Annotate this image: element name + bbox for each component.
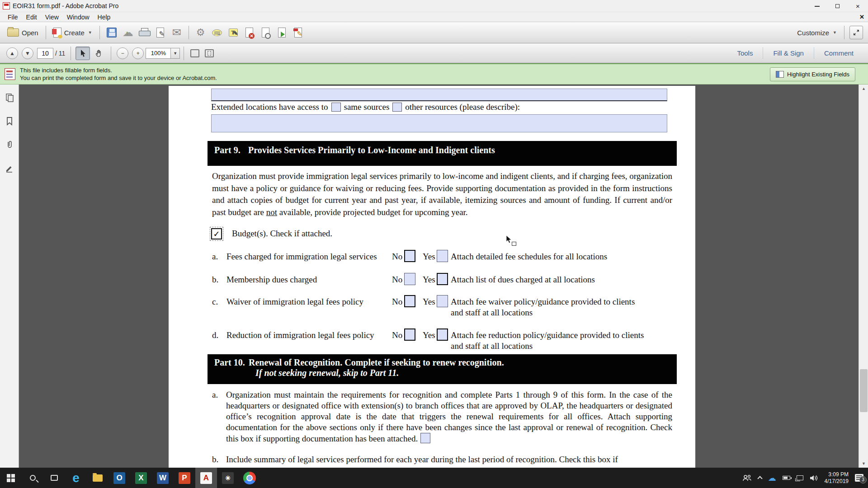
signatures-icon[interactable] [5, 163, 14, 173]
scroll-up-icon[interactable]: ▲ [859, 84, 868, 93]
taskbar-file-explorer[interactable] [87, 468, 108, 488]
taskbar-excel[interactable]: X [130, 468, 152, 488]
sign-doc-icon: ✎ [156, 28, 164, 38]
bookmarks-icon[interactable] [5, 116, 14, 126]
next-page-button[interactable]: ▼ [22, 47, 33, 59]
typewriter-icon: T✎ [229, 28, 238, 37]
restore-button[interactable] [827, 0, 848, 12]
menu-file[interactable]: File [4, 12, 22, 22]
open-label: Open [22, 29, 38, 37]
menu-edit[interactable]: Edit [22, 12, 41, 22]
taskbar-word[interactable]: W [152, 468, 174, 488]
same-sources-checkbox[interactable] [331, 103, 341, 112]
taskbar-outlook[interactable]: O [108, 468, 130, 488]
form-text-field[interactable] [211, 89, 667, 101]
zoom-level[interactable]: 100% [146, 48, 171, 59]
sign-document-button[interactable]: ✎ [154, 26, 167, 39]
customize-button[interactable]: Customize ▼ [793, 27, 840, 38]
row-a-no-checkbox[interactable] [404, 250, 415, 262]
row-c-no-checkbox[interactable] [404, 295, 415, 307]
delete-pages-button[interactable]: ✕ [243, 26, 256, 39]
select-tool-button[interactable] [75, 47, 90, 60]
scrollbar-thumb[interactable] [860, 369, 868, 412]
row-b-yes-checkbox[interactable] [437, 273, 448, 285]
tab-fill-sign[interactable]: Fill & Sign [763, 47, 814, 59]
zoom-dropdown-button[interactable]: ▼ [171, 48, 180, 59]
start-button[interactable] [0, 468, 22, 488]
taskbar-powerpoint[interactable]: P [174, 468, 195, 488]
export-document-button[interactable] [275, 26, 289, 39]
taskbar-acrobat-active[interactable]: A [195, 468, 217, 488]
minimize-icon [815, 6, 820, 7]
part9-title: Provides Services Primarily to Low-Incom… [248, 145, 495, 155]
taskbar-edge[interactable]: e [65, 468, 87, 488]
action-center-icon[interactable]: 3 [855, 474, 863, 482]
part10-body-b: Include summary of legal services perfor… [226, 454, 672, 465]
row-d-no-checkbox[interactable] [404, 328, 415, 341]
fit-page-icon[interactable] [205, 49, 214, 57]
menu-help[interactable]: Help [94, 12, 115, 22]
row-c-yes-checkbox[interactable] [437, 295, 448, 307]
row-d-yes-checkbox[interactable] [437, 328, 448, 341]
supporting-docs-checkbox[interactable] [420, 433, 430, 443]
show-hidden-icons-chevron[interactable] [757, 476, 762, 481]
add-text-button[interactable]: T✎ [226, 26, 240, 39]
zoom-in-button[interactable]: + [132, 47, 144, 59]
settings-button[interactable]: ⚙ [194, 26, 208, 39]
powerpoint-icon: P [179, 472, 190, 484]
row-a-yes-checkbox[interactable] [437, 250, 448, 262]
people-icon[interactable] [743, 474, 752, 482]
document-close-icon[interactable]: ✕ [859, 14, 864, 20]
email-button[interactable]: ✉ [170, 26, 184, 39]
printer-icon [139, 28, 150, 37]
budget-checkbox[interactable]: ✓ [211, 228, 222, 239]
search-document-button[interactable] [259, 26, 273, 39]
taskbar-chrome[interactable] [239, 468, 260, 488]
menu-view[interactable]: View [41, 12, 63, 22]
menu-window[interactable]: Window [63, 12, 94, 22]
fullscreen-button[interactable] [849, 26, 863, 39]
zoom-out-button[interactable]: − [117, 47, 128, 59]
open-button[interactable]: Open [4, 27, 42, 38]
vertical-scrollbar[interactable]: ▲ ▼ [859, 84, 868, 468]
form-text-field[interactable] [211, 114, 667, 132]
create-doc-icon [53, 28, 61, 38]
minimize-button[interactable] [807, 0, 827, 12]
chevron-down-icon: ▼ [88, 30, 92, 35]
row-attach-text: Attach list of dues charged at all locat… [451, 275, 595, 285]
page-thumbnails-icon[interactable] [5, 93, 14, 103]
onedrive-cloud-icon[interactable]: ☁ [768, 474, 776, 482]
file-explorer-icon [93, 474, 103, 482]
search-button[interactable] [22, 468, 43, 488]
other-resources-checkbox[interactable] [392, 103, 402, 112]
page-number-input[interactable] [37, 48, 53, 59]
volume-icon[interactable] [810, 474, 818, 482]
upload-cloud-button[interactable]: ☁ [121, 26, 135, 39]
extended-prefix: Extended locations have access to [211, 102, 328, 112]
close-button[interactable]: × [848, 0, 868, 12]
taskbar-app[interactable]: ✳ [217, 468, 239, 488]
chrome-icon [243, 472, 256, 484]
attachments-paperclip-icon[interactable] [5, 140, 14, 150]
network-icon[interactable] [797, 475, 803, 480]
save-button[interactable] [105, 26, 118, 39]
tab-tools[interactable]: Tools [727, 47, 763, 59]
redact-button[interactable]: ✎ [292, 26, 305, 39]
create-button[interactable]: Create ▼ [50, 26, 96, 39]
fit-width-icon[interactable] [190, 49, 199, 57]
comment-button[interactable] [210, 26, 224, 39]
tab-comment[interactable]: Comment [814, 47, 863, 59]
row-b-no-checkbox[interactable] [404, 273, 415, 285]
scroll-down-icon[interactable]: ▼ [859, 460, 868, 468]
battery-icon[interactable] [783, 476, 790, 480]
task-view-icon [51, 475, 58, 481]
task-view-button[interactable] [43, 468, 65, 488]
hand-tool-button[interactable] [92, 47, 106, 60]
previous-page-button[interactable]: ▲ [6, 47, 18, 59]
search-icon [30, 475, 36, 481]
chevron-down-icon: ▼ [833, 30, 837, 35]
taskbar-clock[interactable]: 3:09 PM 4/17/2019 [825, 471, 849, 485]
highlight-fields-button[interactable]: Highlight Existing Fields [770, 67, 855, 81]
cursor-marquee-box [512, 242, 516, 246]
print-button[interactable] [137, 26, 151, 39]
